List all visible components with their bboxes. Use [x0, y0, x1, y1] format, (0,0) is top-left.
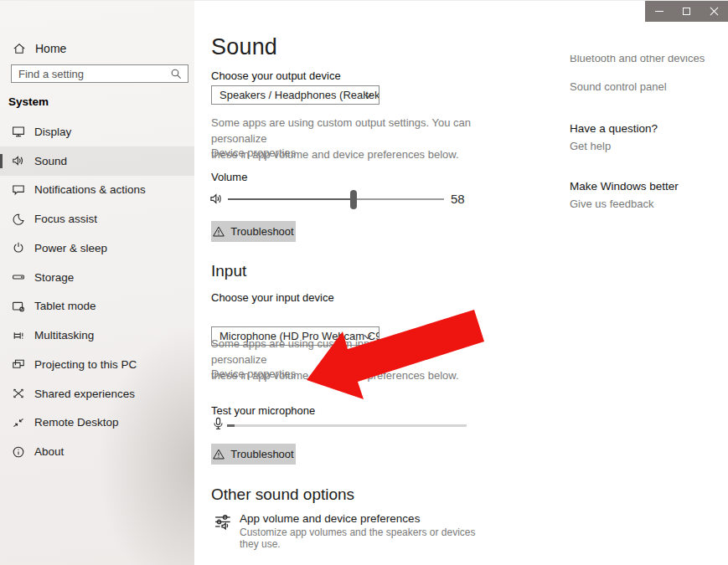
troubleshoot-label: Troubleshoot — [230, 225, 293, 238]
make-windows-better-heading: Make Windows better — [570, 180, 679, 193]
display-icon — [12, 125, 25, 138]
sidebar-item-label: About — [34, 445, 64, 458]
projecting-icon — [12, 357, 25, 371]
sidebar-item-label: Sound — [34, 155, 67, 167]
warning-icon — [213, 226, 225, 237]
have-a-question-heading: Have a question? — [570, 122, 658, 135]
volume-value: 58 — [451, 192, 465, 206]
sidebar-item-label: Power & sleep — [34, 242, 107, 254]
sidebar-nav: Display Sound Notifications & actions Fo… — [0, 117, 194, 466]
sidebar-item-sound[interactable]: Sound — [0, 146, 194, 176]
volume-slider[interactable] — [228, 198, 444, 200]
tablet-mode-icon — [12, 300, 25, 313]
sidebar-item-label: Tablet mode — [34, 300, 96, 312]
output-device-label: Choose your output device — [211, 69, 341, 82]
sidebar-item-about[interactable]: About — [0, 437, 194, 466]
chevron-down-icon — [364, 93, 372, 99]
related-link-sound-control-panel[interactable]: Sound control panel — [570, 80, 667, 93]
input-section-heading: Input — [211, 262, 246, 280]
app-volume-preferences-title: App volume and device preferences — [240, 512, 420, 525]
close-icon — [710, 7, 719, 16]
input-device-label: Choose your input device — [211, 291, 334, 304]
maximize-button[interactable] — [673, 1, 700, 22]
volume-slider-thumb[interactable] — [350, 190, 357, 209]
sidebar-item-label: Multitasking — [34, 329, 94, 342]
sidebar-item-multitasking[interactable]: Multitasking — [0, 321, 194, 350]
settings-window: Settings Home System — [0, 0, 728, 565]
app-volume-preferences-subtitle: Customize app volumes and the speakers o… — [240, 526, 488, 550]
sidebar-item-label: Shared experiences — [34, 388, 135, 400]
sidebar: Home System Display Sound — [0, 1, 194, 565]
sidebar-item-focus-assist[interactable]: Focus assist — [0, 204, 194, 234]
output-device-value: Speakers / Headphones (Realtek... — [219, 89, 379, 101]
give-us-feedback-link[interactable]: Give us feedback — [570, 198, 653, 210]
sidebar-item-label: Notifications & actions — [34, 183, 146, 196]
minimize-button[interactable] — [645, 1, 673, 22]
output-troubleshoot-button[interactable]: Troubleshoot — [211, 221, 296, 242]
window-controls — [645, 1, 728, 22]
page-title: Sound — [211, 34, 277, 60]
get-help-link[interactable]: Get help — [570, 140, 611, 152]
sidebar-item-tablet-mode[interactable]: Tablet mode — [0, 292, 194, 321]
focus-assist-icon — [12, 213, 25, 226]
test-microphone-label: Test your microphone — [211, 404, 315, 417]
input-troubleshoot-button[interactable]: Troubleshoot — [211, 444, 296, 465]
search-icon[interactable] — [170, 68, 182, 80]
notifications-icon — [12, 183, 25, 197]
search-input[interactable] — [12, 68, 170, 80]
sidebar-item-display[interactable]: Display — [0, 117, 194, 146]
speaker-icon — [209, 192, 224, 206]
multitasking-icon — [12, 329, 25, 342]
sidebar-item-label: Projecting to this PC — [34, 358, 137, 371]
maximize-icon — [683, 8, 690, 15]
power-icon — [12, 241, 25, 254]
input-device-properties-link[interactable]: Device properties — [211, 367, 296, 380]
sidebar-item-projecting[interactable]: Projecting to this PC — [0, 350, 194, 379]
warning-icon — [213, 449, 225, 460]
sidebar-item-power-sleep[interactable]: Power & sleep — [0, 234, 194, 263]
microphone-icon — [211, 417, 225, 431]
mic-level-meter — [227, 424, 467, 427]
output-device-properties-link[interactable]: Device properties — [211, 146, 296, 159]
search-box — [11, 64, 188, 83]
sidebar-item-storage[interactable]: Storage — [0, 263, 194, 292]
related-link-label: Bluetooth and other devices — [570, 55, 725, 64]
sidebar-item-label: Storage — [34, 271, 74, 284]
sidebar-item-home[interactable]: Home — [0, 38, 189, 59]
app-volume-mixer-icon — [214, 513, 233, 532]
sidebar-item-label: Focus assist — [34, 213, 97, 225]
other-sound-options-heading: Other sound options — [211, 485, 354, 504]
volume-slider-fill — [228, 198, 354, 200]
sidebar-section-system: System — [8, 95, 49, 108]
troubleshoot-label: Troubleshoot — [230, 448, 293, 460]
close-button[interactable] — [700, 1, 728, 22]
sidebar-item-shared-experiences[interactable]: Shared experiences — [0, 379, 194, 408]
sidebar-item-notifications[interactable]: Notifications & actions — [0, 176, 194, 205]
sidebar-item-label: Remote Desktop — [34, 416, 119, 429]
sound-icon — [12, 154, 25, 167]
sidebar-home-label: Home — [35, 42, 66, 55]
remote-desktop-icon — [12, 416, 25, 429]
home-icon — [13, 42, 26, 55]
output-device-dropdown[interactable]: Speakers / Headphones (Realtek... — [211, 85, 379, 105]
app-volume-preferences-item[interactable]: App volume and device preferences Custom… — [211, 510, 488, 540]
mic-level-fill — [227, 424, 235, 427]
sidebar-item-remote-desktop[interactable]: Remote Desktop — [0, 408, 194, 438]
shared-experiences-icon — [12, 387, 25, 400]
storage-icon — [12, 270, 25, 284]
minimize-icon — [655, 11, 663, 12]
about-icon — [12, 445, 25, 459]
sidebar-item-label: Display — [34, 126, 71, 138]
volume-label: Volume — [211, 171, 247, 183]
related-link-bluetooth[interactable]: Bluetooth and other devices — [570, 55, 725, 65]
